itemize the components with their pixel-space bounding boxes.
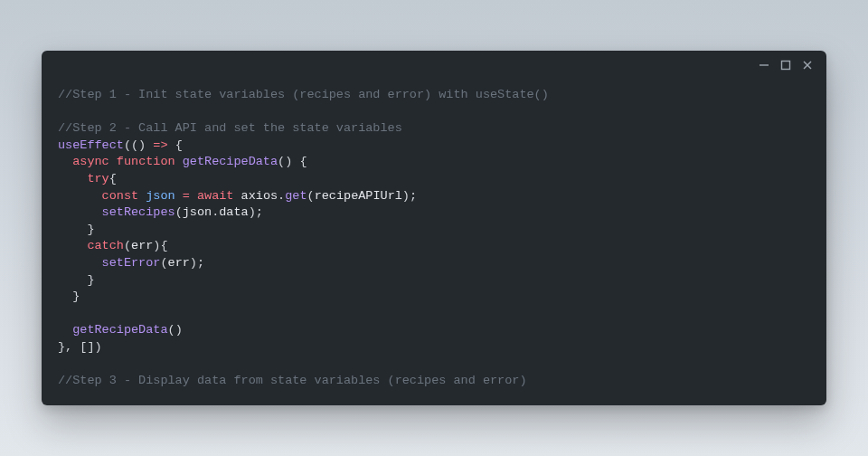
- code-line: [58, 306, 810, 323]
- code-line: const json = await axios.get(recipeAPIUr…: [58, 188, 810, 205]
- comment-text: //Step 2 - Call API and set the state va…: [58, 121, 402, 135]
- token: }: [87, 273, 94, 287]
- svg-rect-1: [782, 62, 790, 70]
- code-line: setError(err);: [58, 255, 810, 272]
- token: (: [175, 205, 183, 219]
- token: [233, 189, 241, 203]
- code-line: getRecipeData(): [58, 322, 810, 339]
- token: =>: [153, 138, 167, 152]
- token: (: [307, 189, 315, 203]
- token: await: [197, 189, 234, 203]
- token: () {: [278, 155, 307, 168]
- token: setError: [102, 256, 161, 270]
- token: [190, 189, 197, 203]
- token: useEffect: [58, 138, 124, 152]
- minimize-icon[interactable]: [758, 59, 770, 71]
- token: );: [190, 256, 204, 270]
- token: (: [124, 239, 131, 252]
- token: getRecipeData: [72, 323, 167, 337]
- code-line: }: [58, 289, 810, 306]
- titlebar: [42, 51, 826, 80]
- token: (): [168, 323, 183, 337]
- token: err: [131, 239, 153, 252]
- code-line: [58, 356, 810, 374]
- token: try: [87, 172, 108, 185]
- code-line: async function getRecipeData() {: [58, 154, 810, 171]
- token: recipeAPIUrl: [315, 189, 402, 203]
- code-line: catch(err){: [58, 238, 810, 255]
- code-line: //Step 2 - Call API and set the state va…: [58, 120, 810, 138]
- maximize-icon[interactable]: [779, 59, 792, 71]
- code-line: useEffect(() => {: [58, 138, 810, 155]
- token: [175, 155, 183, 168]
- token: catch: [87, 239, 124, 252]
- token: function: [117, 155, 175, 168]
- token: (: [160, 256, 167, 270]
- token: );: [249, 205, 263, 219]
- token: [109, 155, 117, 168]
- code-line: }, []): [58, 339, 810, 356]
- token: err: [168, 256, 190, 270]
- token: data: [219, 205, 248, 219]
- code-line: //Step 3 - Display data from state varia…: [58, 373, 810, 390]
- token: );: [402, 189, 417, 203]
- comment-text: //Step 1 - Init state variables (recipes…: [58, 88, 549, 101]
- token: }: [72, 290, 80, 303]
- token: {: [168, 138, 183, 152]
- token: ((): [124, 138, 153, 152]
- code-editor[interactable]: //Step 1 - Init state variables (recipes…: [42, 80, 826, 406]
- token: setRecipes: [102, 205, 175, 219]
- token: =: [183, 189, 190, 203]
- comment-text: //Step 3 - Display data from state varia…: [58, 374, 526, 387]
- code-line: }: [58, 222, 810, 239]
- token: ){: [153, 239, 167, 252]
- code-line: try{: [58, 171, 810, 188]
- token: getRecipeData: [183, 155, 278, 168]
- token: .: [278, 189, 285, 203]
- token: [175, 189, 183, 203]
- token: }: [87, 223, 94, 236]
- token: json: [146, 189, 175, 203]
- token: const: [102, 189, 139, 203]
- token: axios: [241, 189, 278, 203]
- token: {: [109, 172, 117, 185]
- token: get: [285, 189, 307, 203]
- code-window: //Step 1 - Init state variables (recipes…: [42, 51, 826, 405]
- token: async: [72, 155, 109, 168]
- code-line: [58, 104, 810, 121]
- close-icon[interactable]: [801, 59, 814, 71]
- token: json: [183, 205, 212, 219]
- code-line: //Step 1 - Init state variables (recipes…: [58, 87, 810, 104]
- code-line: }: [58, 272, 810, 290]
- code-line: setRecipes(json.data);: [58, 204, 810, 222]
- token: }, []): [58, 340, 102, 354]
